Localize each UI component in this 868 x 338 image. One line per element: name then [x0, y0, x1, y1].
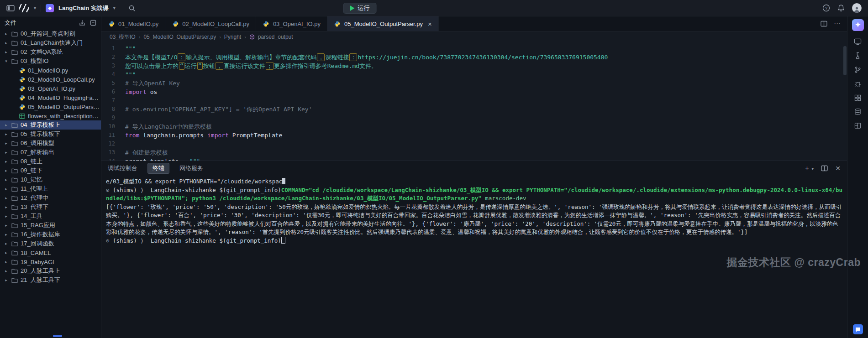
python-file-icon: [263, 21, 270, 27]
tree-item[interactable]: ▸05_提示模板下: [0, 130, 101, 139]
folder-icon: [11, 140, 18, 146]
folder-icon: [11, 223, 18, 228]
tree-item[interactable]: ▸00_开篇词_奇点时刻: [0, 29, 101, 38]
line-number: 3: [101, 62, 125, 70]
panel-tab[interactable]: 网络服务: [179, 164, 203, 172]
breadcrumb-segment[interactable]: parsed_output: [258, 34, 293, 40]
notifications-bell-icon[interactable]: [837, 4, 845, 12]
locate-file-icon[interactable]: [79, 20, 85, 26]
tree-item[interactable]: ▸15_RAG应用: [0, 221, 101, 230]
ai-assistant-icon[interactable]: [852, 19, 864, 31]
editor-scrollbar[interactable]: [843, 46, 847, 75]
feedback-widget-icon[interactable]: [853, 324, 863, 334]
folder-icon: [11, 204, 18, 210]
folder-icon: [11, 277, 18, 283]
tree-item[interactable]: ▸04_提示模板上: [0, 120, 101, 130]
code-line: 5# 导入OpenAI Key: [101, 79, 847, 88]
panel-tab[interactable]: 终端: [147, 163, 169, 174]
help-icon[interactable]: ?: [822, 4, 830, 12]
python-file-icon: [334, 21, 341, 27]
ide-logo[interactable]: [19, 4, 29, 12]
breadcrumb-segment[interactable]: 05_ModelIO_OutputParser.py: [143, 34, 216, 40]
code-editor[interactable]: 1"""2本文件是【模型I/O：输入提示、调用模型、解析输出】章节的配套代码，课…: [101, 42, 847, 161]
tree-item[interactable]: ▸21_人脉工具下: [0, 276, 101, 285]
tree-item[interactable]: ▸13_代理下: [0, 203, 101, 212]
editor-tabbar: 01_ModelIO.py02_ModelIO_LoopCall.py03_Op…: [101, 16, 847, 31]
tree-item[interactable]: ▸10_记忆: [0, 175, 101, 184]
folder-icon: [11, 49, 18, 55]
tree-item[interactable]: 03_OpenAI_IO.py: [0, 84, 101, 93]
breadcrumb-separator-icon: ›: [219, 34, 221, 40]
split-terminal-icon[interactable]: [821, 165, 828, 172]
close-panel-icon[interactable]: ✕: [835, 165, 841, 172]
tree-item[interactable]: ▸09_链下: [0, 166, 101, 175]
tree-item-label: 17_回调函数: [21, 239, 54, 248]
tree-item[interactable]: ▸18_CAMEL: [0, 248, 101, 257]
chevron-icon: ▸: [4, 50, 9, 54]
chevron-icon: ▸: [4, 31, 9, 36]
database-icon[interactable]: [854, 108, 861, 115]
tree-item-label: 03_OpenAI_IO.py: [28, 85, 75, 92]
tree-item[interactable]: ▸14_工具: [0, 212, 101, 221]
project-name[interactable]: LangChain 实战课: [58, 4, 109, 12]
extensions-icon[interactable]: [854, 94, 861, 101]
user-avatar[interactable]: [852, 3, 862, 13]
tree-item[interactable]: 05_ModelIO_OutputParser.py: [0, 102, 101, 111]
editor-tab[interactable]: 02_ModelIO_LoopCall.py: [165, 16, 256, 31]
tree-item[interactable]: ▸12_代理中: [0, 193, 101, 203]
preview-icon[interactable]: [854, 38, 862, 45]
code-token: import: [125, 88, 147, 95]
tree-item[interactable]: 02_ModelIO_LoopCall.py: [0, 75, 101, 84]
chevron-down-icon[interactable]: ▾: [113, 5, 116, 10]
code-token: ，: [216, 62, 223, 70]
split-editor-icon[interactable]: [821, 21, 827, 27]
more-actions-icon[interactable]: ⋯: [834, 20, 841, 28]
tree-item[interactable]: ▸20_人脉工具上: [0, 266, 101, 276]
run-button[interactable]: 运行: [343, 3, 377, 14]
debug-icon[interactable]: [854, 80, 861, 88]
code-text: prompt_template = """: [125, 157, 200, 161]
code-line: 11from langchain.prompts import PromptTe…: [101, 131, 847, 140]
source-control-icon[interactable]: [854, 66, 861, 73]
tree-item-label: 01_LangChain快速入门: [21, 39, 83, 47]
tree-item[interactable]: ▸08_链上: [0, 157, 101, 166]
sidebar-toggle-icon[interactable]: [6, 5, 15, 12]
tree-item[interactable]: ▸07_解析输出: [0, 148, 101, 157]
editor-tab[interactable]: 03_OpenAI_IO.py: [256, 16, 327, 31]
layout-icon[interactable]: [854, 122, 861, 129]
panel-tab[interactable]: 调试控制台: [108, 164, 137, 172]
tree-item[interactable]: ▸17_回调函数: [0, 239, 101, 248]
search-icon[interactable]: [128, 5, 136, 12]
tree-item[interactable]: 04_ModelIO_HuggingFace.py: [0, 93, 101, 102]
tree-item[interactable]: ▸16_操作数据库: [0, 230, 101, 239]
chevron-icon: ▸: [4, 241, 9, 246]
tree-item[interactable]: ▾03_模型IO: [0, 57, 101, 66]
code-text: # 导入LangChain中的提示模板: [125, 122, 212, 131]
folder-icon: [11, 177, 18, 182]
flask-icon[interactable]: [854, 52, 861, 59]
collapse-all-icon[interactable]: [90, 20, 96, 26]
tree-item[interactable]: ▸19_BabyAGI: [0, 257, 101, 266]
new-terminal-icon[interactable]: ＋▾: [804, 164, 814, 172]
tree-item[interactable]: ▸01_LangChain快速入门: [0, 38, 101, 47]
tree-item[interactable]: ▸06_调用模型: [0, 139, 101, 148]
editor-tab[interactable]: 05_ModelIO_OutputParser.py×: [327, 16, 439, 31]
breadcrumb-segment[interactable]: Pyright: [224, 34, 241, 40]
play-icon: [350, 5, 355, 11]
right-activity-bar: [847, 16, 868, 338]
terminal-text: [{'flower': '玫瑰', 'price': '50', 'descri…: [106, 203, 842, 236]
line-number: 13: [101, 148, 125, 157]
tree-item[interactable]: flowers_with_descriptions.csv: [0, 111, 101, 120]
bottom-panel: 调试控制台终端网络服务 ＋▾ ✕ e/03_模型IO && export PYT…: [101, 161, 847, 338]
folder-icon: [11, 250, 18, 255]
breadcrumb-segment[interactable]: 03_模型IO: [110, 33, 136, 41]
code-link[interactable]: https://juejin.cn/book/73877023474361303…: [358, 54, 608, 61]
tree-item[interactable]: ▸02_文档QA系统: [0, 47, 101, 57]
folder-icon: [11, 122, 18, 128]
tree-item[interactable]: 01_ModelIO.py: [0, 66, 101, 75]
tree-item[interactable]: ▸11_代理上: [0, 184, 101, 193]
editor-tab[interactable]: 01_ModelIO.py: [101, 16, 165, 31]
chevron-down-icon[interactable]: ▾: [34, 5, 36, 10]
code-token: """: [125, 71, 136, 78]
close-icon[interactable]: ×: [428, 21, 432, 27]
